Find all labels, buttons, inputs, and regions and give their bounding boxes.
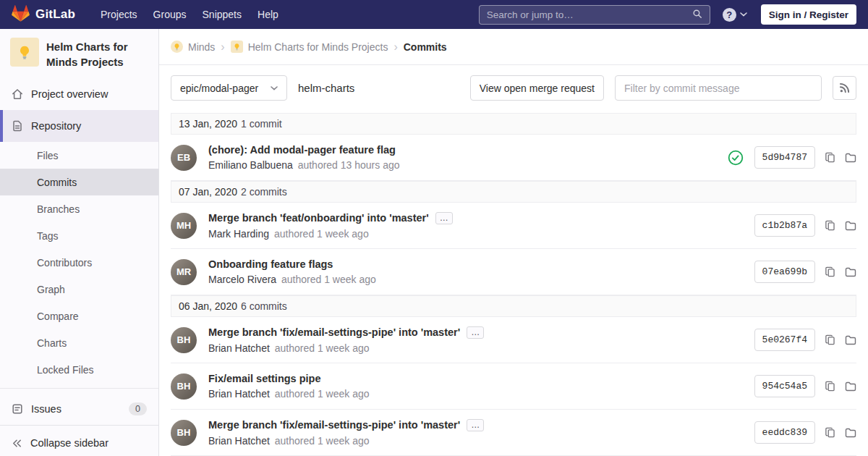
- user-avatar[interactable]: EB: [171, 145, 197, 171]
- commit-sha-link[interactable]: 07ea699b: [754, 261, 815, 283]
- issues-icon: [12, 403, 23, 415]
- chevron-down-icon: [740, 12, 747, 17]
- folder-icon: [845, 220, 856, 232]
- commit-count-label: 6 commits: [241, 300, 287, 312]
- copy-sha-button[interactable]: [825, 152, 835, 163]
- toolbar-right: View open merge request: [470, 75, 856, 101]
- nav-projects[interactable]: Projects: [93, 1, 145, 28]
- date-label: 07 Jan, 2020: [179, 186, 237, 198]
- copy-sha-button[interactable]: [825, 220, 835, 231]
- brand-name: GitLab: [35, 7, 75, 22]
- nav-groups[interactable]: Groups: [145, 1, 195, 28]
- copy-sha-button[interactable]: [825, 381, 835, 392]
- sidebar-item-graph[interactable]: Graph: [0, 276, 158, 303]
- commit-info: Merge branch 'fix/email-settings-pipe' i…: [208, 326, 484, 354]
- commit-actions: 07ea699b: [754, 261, 856, 283]
- commit-actions: eeddc839: [754, 421, 856, 444]
- user-avatar[interactable]: MR: [171, 259, 197, 285]
- copy-icon: [825, 220, 835, 231]
- browse-files-button[interactable]: [845, 220, 856, 232]
- commit-author-link[interactable]: Brian Hatchet: [208, 388, 270, 400]
- commit-title-link[interactable]: (chore): Add modal-pager feature flag: [208, 144, 396, 156]
- search-input[interactable]: [487, 9, 692, 20]
- commit-actions: 5e0267f4: [754, 329, 856, 351]
- commit-sha-link[interactable]: eeddc839: [754, 421, 815, 444]
- gitlab-home-link[interactable]: GitLab: [12, 4, 75, 25]
- sidebar-item-project-overview[interactable]: Project overview: [0, 78, 158, 110]
- group-avatar: [171, 41, 183, 53]
- commit-sha-link[interactable]: 5d9b4787: [754, 146, 815, 169]
- commit-author-link[interactable]: Mark Harding: [208, 228, 269, 240]
- commit-sha-link[interactable]: c1b2b87a: [754, 214, 815, 237]
- top-navbar: GitLab Projects Groups Snippets Help ? S…: [0, 0, 868, 29]
- commit-filter-input[interactable]: [615, 75, 822, 101]
- sidebar-item-branches[interactable]: Branches: [0, 195, 158, 222]
- commit-count-label: 2 commits: [241, 186, 287, 198]
- pipeline-passed-icon[interactable]: [728, 150, 744, 166]
- commit-author-link[interactable]: Emiliano Balbuena: [208, 159, 293, 171]
- sidebar-item-repository[interactable]: Repository: [0, 110, 158, 142]
- project-header: Helm Charts for Minds Projects: [0, 29, 158, 77]
- lightbulb-icon: [173, 43, 181, 51]
- user-avatar[interactable]: BH: [171, 373, 197, 400]
- breadcrumb-current-page: Commits: [404, 41, 447, 53]
- commit-title-link[interactable]: Onboarding feature flags: [208, 258, 333, 270]
- commit-title-link[interactable]: Merge branch 'fix/email-settings-pipe' i…: [208, 419, 460, 431]
- browse-files-button[interactable]: [845, 427, 856, 439]
- sidebar-item-commits[interactable]: Commits: [0, 169, 158, 195]
- help-menu[interactable]: ?: [723, 8, 747, 22]
- toggle-description-button[interactable]: …: [467, 326, 484, 339]
- commit-sha-link[interactable]: 954c54a5: [754, 375, 815, 397]
- sidebar-item-tags[interactable]: Tags: [0, 222, 158, 249]
- gitlab-logo-icon: [12, 4, 30, 25]
- commit-list: 13 Jan, 2020 1 commit EB (chore): Add mo…: [159, 113, 868, 456]
- commits-feed-button[interactable]: [833, 76, 856, 100]
- sidebar-item-contributors[interactable]: Contributors: [0, 249, 158, 276]
- breadcrumb-project-link[interactable]: Helm Charts for Minds Projects: [231, 41, 388, 53]
- copy-sha-button[interactable]: [825, 334, 835, 345]
- branch-selector-value: epic/modal-pager: [180, 83, 258, 94]
- copy-icon: [825, 427, 835, 438]
- sidebar-item-issues[interactable]: Issues 0: [0, 393, 158, 425]
- repository-icon: [12, 120, 23, 132]
- project-avatar[interactable]: [10, 38, 39, 67]
- breadcrumb-group-label: Minds: [188, 41, 215, 53]
- date-label: 06 Jan, 2020: [179, 300, 237, 312]
- user-avatar[interactable]: BH: [171, 420, 197, 446]
- toggle-description-button[interactable]: …: [467, 419, 484, 431]
- toggle-description-button[interactable]: …: [435, 212, 453, 224]
- sidebar-item-locked-files[interactable]: Locked Files: [0, 356, 158, 383]
- user-avatar[interactable]: BH: [171, 327, 197, 353]
- sidebar-item-label: Repository: [31, 120, 81, 132]
- commit-author-link[interactable]: Brian Hatchet: [208, 435, 270, 447]
- sidebar-item-files[interactable]: Files: [0, 142, 158, 169]
- commit-info: Merge branch 'fix/email-settings-pipe' i…: [208, 419, 484, 447]
- commit-date-header: 06 Jan, 2020 6 commits: [171, 295, 856, 317]
- folder-icon: [845, 381, 856, 392]
- home-icon: [12, 88, 23, 100]
- browse-files-button[interactable]: [845, 381, 856, 392]
- nav-snippets[interactable]: Snippets: [195, 1, 250, 28]
- browse-files-button[interactable]: [845, 266, 856, 278]
- breadcrumb-group-link[interactable]: Minds: [171, 41, 215, 53]
- commit-sha-link[interactable]: 5e0267f4: [754, 329, 815, 351]
- commit-date-header: 13 Jan, 2020 1 commit: [171, 113, 856, 135]
- copy-sha-button[interactable]: [825, 266, 835, 277]
- view-merge-request-button[interactable]: View open merge request: [470, 75, 604, 101]
- commit-title-link[interactable]: Fix/email settings pipe: [208, 373, 321, 384]
- sidebar-item-compare[interactable]: Compare: [0, 303, 158, 329]
- browse-files-button[interactable]: [845, 334, 856, 346]
- commit-title-link[interactable]: Merge branch 'feat/onboarding' into 'mas…: [208, 212, 429, 224]
- commit-author-link[interactable]: Marcelo Rivera: [208, 274, 276, 285]
- collapse-sidebar-button[interactable]: Collapse sidebar: [0, 425, 158, 456]
- copy-sha-button[interactable]: [825, 427, 835, 438]
- browse-files-button[interactable]: [845, 152, 856, 164]
- sidebar-item-charts[interactable]: Charts: [0, 329, 158, 356]
- commit-title-link[interactable]: Merge branch 'fix/email-settings-pipe' i…: [208, 326, 460, 338]
- folder-icon: [845, 427, 856, 439]
- branch-selector-dropdown[interactable]: epic/modal-pager: [171, 75, 287, 101]
- commit-author-link[interactable]: Brian Hatchet: [208, 342, 270, 354]
- sign-in-button[interactable]: Sign in / Register: [761, 4, 856, 25]
- nav-help[interactable]: Help: [250, 1, 286, 28]
- user-avatar[interactable]: MH: [171, 213, 197, 239]
